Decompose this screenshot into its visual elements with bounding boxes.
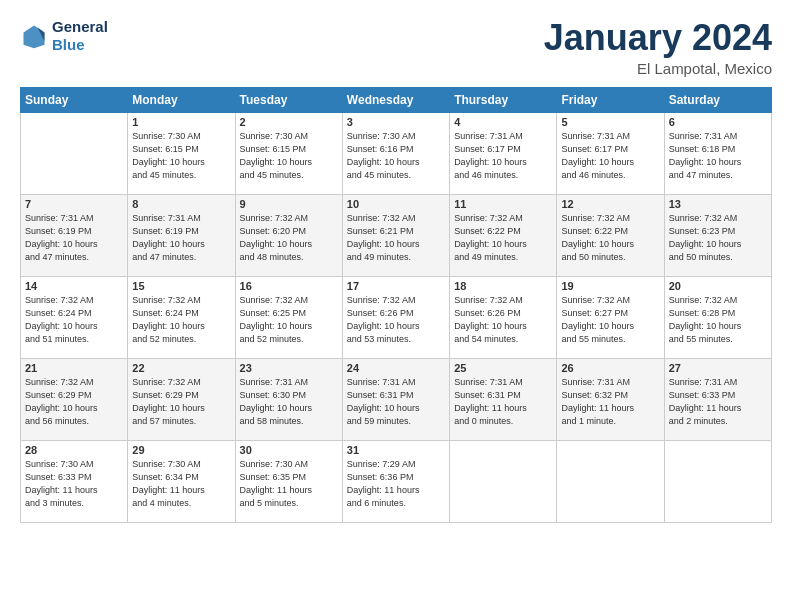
day-number: 23: [240, 362, 338, 374]
day-cell: 20Sunrise: 7:32 AMSunset: 6:28 PMDayligh…: [664, 276, 771, 358]
day-cell: 22Sunrise: 7:32 AMSunset: 6:29 PMDayligh…: [128, 358, 235, 440]
day-cell: 14Sunrise: 7:32 AMSunset: 6:24 PMDayligh…: [21, 276, 128, 358]
day-detail: Sunrise: 7:32 AMSunset: 6:22 PMDaylight:…: [561, 212, 659, 264]
day-number: 4: [454, 116, 552, 128]
day-detail: Sunrise: 7:32 AMSunset: 6:29 PMDaylight:…: [132, 376, 230, 428]
day-cell: 5Sunrise: 7:31 AMSunset: 6:17 PMDaylight…: [557, 112, 664, 194]
day-detail: Sunrise: 7:30 AMSunset: 6:34 PMDaylight:…: [132, 458, 230, 510]
day-detail: Sunrise: 7:32 AMSunset: 6:24 PMDaylight:…: [132, 294, 230, 346]
day-number: 18: [454, 280, 552, 292]
day-cell: 9Sunrise: 7:32 AMSunset: 6:20 PMDaylight…: [235, 194, 342, 276]
day-number: 29: [132, 444, 230, 456]
day-cell: 7Sunrise: 7:31 AMSunset: 6:19 PMDaylight…: [21, 194, 128, 276]
day-cell: 2Sunrise: 7:30 AMSunset: 6:15 PMDaylight…: [235, 112, 342, 194]
day-header-monday: Monday: [128, 87, 235, 112]
week-row-4: 21Sunrise: 7:32 AMSunset: 6:29 PMDayligh…: [21, 358, 772, 440]
day-cell: 15Sunrise: 7:32 AMSunset: 6:24 PMDayligh…: [128, 276, 235, 358]
day-detail: Sunrise: 7:32 AMSunset: 6:23 PMDaylight:…: [669, 212, 767, 264]
day-detail: Sunrise: 7:31 AMSunset: 6:33 PMDaylight:…: [669, 376, 767, 428]
day-number: 7: [25, 198, 123, 210]
day-header-sunday: Sunday: [21, 87, 128, 112]
day-detail: Sunrise: 7:32 AMSunset: 6:24 PMDaylight:…: [25, 294, 123, 346]
day-cell: [21, 112, 128, 194]
day-detail: Sunrise: 7:30 AMSunset: 6:33 PMDaylight:…: [25, 458, 123, 510]
day-cell: 19Sunrise: 7:32 AMSunset: 6:27 PMDayligh…: [557, 276, 664, 358]
page: General Blue January 2024 El Lampotal, M…: [0, 0, 792, 533]
day-cell: [664, 440, 771, 522]
day-number: 25: [454, 362, 552, 374]
day-cell: 29Sunrise: 7:30 AMSunset: 6:34 PMDayligh…: [128, 440, 235, 522]
day-number: 3: [347, 116, 445, 128]
day-header-tuesday: Tuesday: [235, 87, 342, 112]
day-detail: Sunrise: 7:31 AMSunset: 6:32 PMDaylight:…: [561, 376, 659, 428]
day-number: 24: [347, 362, 445, 374]
day-cell: 8Sunrise: 7:31 AMSunset: 6:19 PMDaylight…: [128, 194, 235, 276]
logo: General Blue: [20, 18, 108, 54]
day-cell: 26Sunrise: 7:31 AMSunset: 6:32 PMDayligh…: [557, 358, 664, 440]
day-detail: Sunrise: 7:31 AMSunset: 6:19 PMDaylight:…: [25, 212, 123, 264]
day-detail: Sunrise: 7:32 AMSunset: 6:25 PMDaylight:…: [240, 294, 338, 346]
day-cell: 16Sunrise: 7:32 AMSunset: 6:25 PMDayligh…: [235, 276, 342, 358]
day-number: 5: [561, 116, 659, 128]
header-row: SundayMondayTuesdayWednesdayThursdayFrid…: [21, 87, 772, 112]
day-number: 11: [454, 198, 552, 210]
day-number: 12: [561, 198, 659, 210]
day-detail: Sunrise: 7:32 AMSunset: 6:20 PMDaylight:…: [240, 212, 338, 264]
day-cell: 11Sunrise: 7:32 AMSunset: 6:22 PMDayligh…: [450, 194, 557, 276]
day-number: 26: [561, 362, 659, 374]
day-number: 8: [132, 198, 230, 210]
day-detail: Sunrise: 7:32 AMSunset: 6:27 PMDaylight:…: [561, 294, 659, 346]
day-cell: 27Sunrise: 7:31 AMSunset: 6:33 PMDayligh…: [664, 358, 771, 440]
day-cell: 12Sunrise: 7:32 AMSunset: 6:22 PMDayligh…: [557, 194, 664, 276]
day-number: 6: [669, 116, 767, 128]
day-number: 9: [240, 198, 338, 210]
day-header-thursday: Thursday: [450, 87, 557, 112]
day-cell: 31Sunrise: 7:29 AMSunset: 6:36 PMDayligh…: [342, 440, 449, 522]
day-number: 16: [240, 280, 338, 292]
day-number: 14: [25, 280, 123, 292]
title-area: January 2024 El Lampotal, Mexico: [544, 18, 772, 77]
day-cell: [450, 440, 557, 522]
day-cell: 25Sunrise: 7:31 AMSunset: 6:31 PMDayligh…: [450, 358, 557, 440]
week-row-2: 7Sunrise: 7:31 AMSunset: 6:19 PMDaylight…: [21, 194, 772, 276]
day-detail: Sunrise: 7:30 AMSunset: 6:15 PMDaylight:…: [132, 130, 230, 182]
logo-text: General Blue: [52, 18, 108, 54]
day-detail: Sunrise: 7:30 AMSunset: 6:16 PMDaylight:…: [347, 130, 445, 182]
day-cell: 28Sunrise: 7:30 AMSunset: 6:33 PMDayligh…: [21, 440, 128, 522]
day-cell: 10Sunrise: 7:32 AMSunset: 6:21 PMDayligh…: [342, 194, 449, 276]
day-number: 27: [669, 362, 767, 374]
day-number: 21: [25, 362, 123, 374]
location-title: El Lampotal, Mexico: [544, 60, 772, 77]
day-detail: Sunrise: 7:30 AMSunset: 6:35 PMDaylight:…: [240, 458, 338, 510]
day-detail: Sunrise: 7:32 AMSunset: 6:26 PMDaylight:…: [347, 294, 445, 346]
day-detail: Sunrise: 7:31 AMSunset: 6:18 PMDaylight:…: [669, 130, 767, 182]
day-number: 17: [347, 280, 445, 292]
day-cell: 6Sunrise: 7:31 AMSunset: 6:18 PMDaylight…: [664, 112, 771, 194]
day-number: 1: [132, 116, 230, 128]
day-number: 2: [240, 116, 338, 128]
day-cell: 4Sunrise: 7:31 AMSunset: 6:17 PMDaylight…: [450, 112, 557, 194]
svg-marker-0: [24, 26, 45, 49]
day-detail: Sunrise: 7:31 AMSunset: 6:31 PMDaylight:…: [347, 376, 445, 428]
day-cell: 30Sunrise: 7:30 AMSunset: 6:35 PMDayligh…: [235, 440, 342, 522]
day-detail: Sunrise: 7:29 AMSunset: 6:36 PMDaylight:…: [347, 458, 445, 510]
week-row-1: 1Sunrise: 7:30 AMSunset: 6:15 PMDaylight…: [21, 112, 772, 194]
day-cell: 3Sunrise: 7:30 AMSunset: 6:16 PMDaylight…: [342, 112, 449, 194]
day-cell: 18Sunrise: 7:32 AMSunset: 6:26 PMDayligh…: [450, 276, 557, 358]
day-number: 19: [561, 280, 659, 292]
day-cell: 23Sunrise: 7:31 AMSunset: 6:30 PMDayligh…: [235, 358, 342, 440]
day-detail: Sunrise: 7:32 AMSunset: 6:28 PMDaylight:…: [669, 294, 767, 346]
day-cell: [557, 440, 664, 522]
week-row-5: 28Sunrise: 7:30 AMSunset: 6:33 PMDayligh…: [21, 440, 772, 522]
day-cell: 1Sunrise: 7:30 AMSunset: 6:15 PMDaylight…: [128, 112, 235, 194]
day-cell: 24Sunrise: 7:31 AMSunset: 6:31 PMDayligh…: [342, 358, 449, 440]
day-header-saturday: Saturday: [664, 87, 771, 112]
day-number: 20: [669, 280, 767, 292]
day-number: 10: [347, 198, 445, 210]
day-detail: Sunrise: 7:31 AMSunset: 6:19 PMDaylight:…: [132, 212, 230, 264]
day-number: 28: [25, 444, 123, 456]
day-number: 13: [669, 198, 767, 210]
day-detail: Sunrise: 7:31 AMSunset: 6:31 PMDaylight:…: [454, 376, 552, 428]
logo-icon: [20, 22, 48, 50]
day-header-friday: Friday: [557, 87, 664, 112]
